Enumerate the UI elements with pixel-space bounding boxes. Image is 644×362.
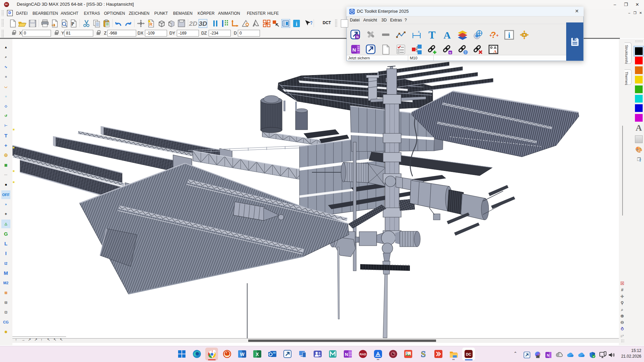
svg-text:N: N xyxy=(345,352,348,357)
svg-text:i: i xyxy=(508,31,511,40)
svg-text:T: T xyxy=(428,29,435,41)
svg-text:3D: 3D xyxy=(199,20,207,27)
svg-text:N: N xyxy=(547,353,549,357)
svg-text:RAD: RAD xyxy=(360,353,366,356)
svg-text:+: + xyxy=(489,33,492,38)
svg-text:A: A xyxy=(443,29,451,41)
svg-text:W: W xyxy=(240,352,245,357)
svg-text:DC: DC xyxy=(466,352,471,356)
svg-text:S: S xyxy=(421,349,426,359)
svg-text:x: x xyxy=(418,30,420,34)
svg-text:P: P xyxy=(71,21,74,26)
svg-text:A: A xyxy=(493,49,497,54)
svg-text:X: X xyxy=(256,352,259,357)
svg-text:N: N xyxy=(356,35,359,39)
svg-text:2D: 2D xyxy=(189,20,197,27)
svg-text:+: + xyxy=(496,33,499,38)
svg-text:N: N xyxy=(353,47,356,53)
svg-text:PC·B: PC·B xyxy=(536,356,540,358)
svg-text:R: R xyxy=(149,22,153,27)
svg-text:i: i xyxy=(296,21,298,27)
svg-text:N: N xyxy=(449,51,451,54)
svg-text:?: ? xyxy=(310,20,312,25)
